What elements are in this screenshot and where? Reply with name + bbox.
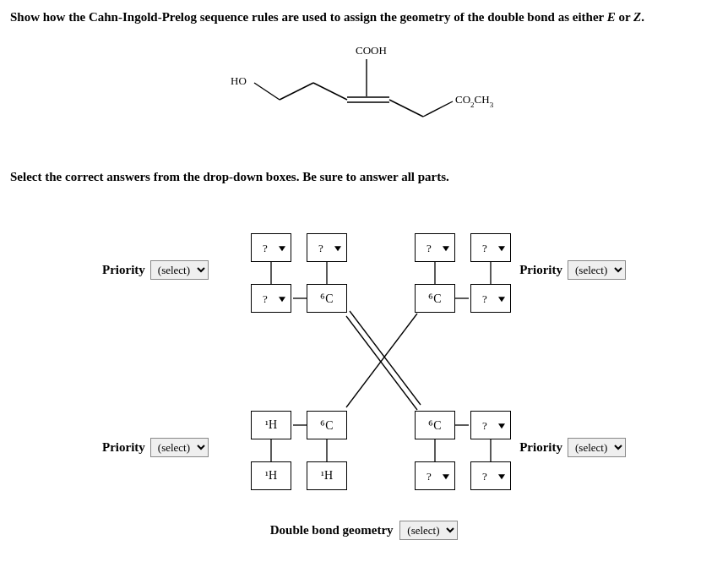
atom-select[interactable]: ?: [416, 234, 454, 261]
hydrogen-label: ¹H: [265, 418, 277, 432]
priority-select-br[interactable]: (select): [568, 438, 626, 457]
priority-label: Priority: [102, 263, 145, 277]
question-e: E: [607, 10, 616, 24]
priority-select-tr[interactable]: (select): [568, 260, 626, 280]
carbon-label: ⁶C: [428, 418, 441, 433]
svg-line-7: [423, 101, 453, 117]
priority-bottom-left: Priority (select): [102, 438, 209, 457]
hydrogen-box-bl-side: ¹H: [251, 411, 291, 439]
atom-select-tl-1[interactable]: ?: [251, 233, 291, 262]
hydrogen-label: ¹H: [265, 469, 277, 483]
hydrogen-box-bl-below2: ¹H: [307, 461, 347, 490]
hydrogen-box-bl-below1: ¹H: [251, 461, 291, 490]
priority-top-right: Priority (select): [519, 260, 626, 280]
svg-line-0: [254, 83, 280, 100]
question-z: Z: [633, 10, 641, 24]
label-ho: HO: [231, 74, 247, 87]
question-prefix: Show how the Cahn-Ingold-Prelog sequence…: [10, 10, 607, 24]
instruction-text: Select the correct answers from the drop…: [10, 170, 718, 184]
atom-select-tl-2[interactable]: ?: [307, 233, 347, 262]
carbon-box-bottom-left: ⁶C: [307, 411, 347, 439]
svg-line-10: [346, 314, 417, 407]
atom-select[interactable]: ?: [471, 285, 510, 312]
atom-select[interactable]: ?: [471, 462, 510, 489]
atom-select-tr-1[interactable]: ?: [415, 233, 455, 262]
carbon-box-top-left: ⁶C: [307, 284, 347, 313]
atom-select-tr-2[interactable]: ?: [470, 233, 511, 262]
carbon-label: ⁶C: [428, 292, 441, 306]
priority-label: Priority: [102, 440, 145, 455]
atom-select[interactable]: ?: [307, 234, 346, 261]
molecule-drawing: HO COOH CO2CH3: [10, 41, 718, 146]
atom-select[interactable]: ?: [471, 234, 510, 261]
geometry-line: Double bond geometry (select): [10, 521, 718, 540]
atom-select-tr-3[interactable]: ?: [470, 284, 511, 313]
svg-line-2: [313, 83, 347, 100]
label-cooh: COOH: [356, 44, 387, 57]
carbon-label: ⁶C: [320, 418, 333, 433]
priority-top-left: Priority (select): [102, 260, 209, 280]
priority-label: Priority: [519, 440, 562, 455]
priority-bottom-right: Priority (select): [519, 438, 626, 457]
carbon-box-bottom-right: ⁶C: [415, 411, 455, 439]
question-or: or: [616, 10, 633, 24]
priority-label: Priority: [519, 263, 562, 277]
carbon-label: ⁶C: [320, 292, 333, 306]
geometry-label: Double bond geometry: [270, 523, 394, 537]
label-co2ch3: CO2CH3: [455, 93, 494, 109]
atom-select[interactable]: ?: [416, 462, 454, 489]
atom-select-br-3[interactable]: ?: [470, 461, 511, 490]
atom-select[interactable]: ?: [252, 285, 291, 312]
atom-select-tl-3[interactable]: ?: [251, 284, 291, 313]
svg-line-1: [280, 83, 313, 100]
atom-select[interactable]: ?: [471, 412, 510, 439]
carbon-box-top-right: ⁶C: [415, 284, 455, 313]
atom-select-br-2[interactable]: ?: [415, 461, 455, 490]
svg-line-8: [346, 316, 417, 410]
question-text: Show how the Cahn-Ingold-Prelog sequence…: [10, 8, 718, 25]
geometry-select[interactable]: (select): [399, 521, 458, 540]
question-suffix: .: [641, 10, 644, 24]
priority-select-bl[interactable]: (select): [150, 438, 209, 457]
priority-select-tl[interactable]: (select): [150, 260, 209, 280]
svg-line-6: [389, 100, 423, 117]
cip-diagram: ⁶C ? ? ? ⁶C ? ? ? ⁶C: [102, 218, 626, 505]
hydrogen-label: ¹H: [321, 469, 333, 483]
atom-select[interactable]: ?: [252, 234, 291, 261]
svg-line-9: [350, 311, 421, 405]
atom-select-br-1[interactable]: ?: [470, 411, 511, 439]
molecule-svg: HO COOH CO2CH3: [220, 41, 508, 146]
